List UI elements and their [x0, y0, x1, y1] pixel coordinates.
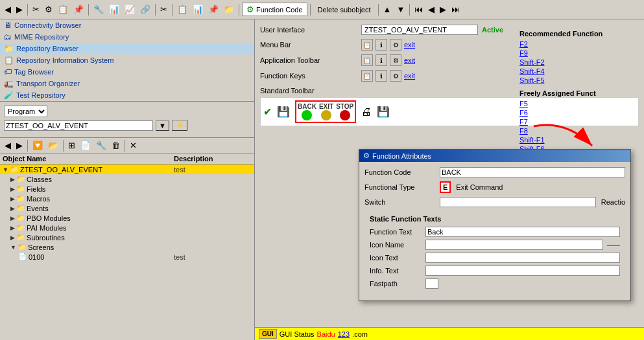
- app-icon1[interactable]: 📋: [361, 54, 373, 66]
- fk-icon1[interactable]: 📋: [361, 70, 373, 82]
- tree-row-classes[interactable]: ▶ 📁 Classes: [0, 174, 254, 184]
- rec-shift-f5[interactable]: Shift-F5: [519, 76, 639, 84]
- menu-exit-link[interactable]: exit: [404, 41, 415, 49]
- checkmark-btn[interactable]: ✔: [263, 106, 272, 118]
- back-exit-stop-box: BACK EXIT STOP: [295, 100, 356, 123]
- rec-f2[interactable]: F2: [519, 40, 639, 48]
- obj-btn4[interactable]: 📄: [78, 139, 93, 152]
- btn8[interactable]: 🔗: [138, 3, 152, 16]
- fk-icon3[interactable]: ⚙: [390, 70, 401, 82]
- back-button[interactable]: ◀: [3, 3, 13, 16]
- free-f8[interactable]: F8: [519, 127, 639, 135]
- tree-row-screens[interactable]: ▼ 📁 Screens: [0, 242, 254, 252]
- tree-label-root: ZTEST_OO_ALV_EVENT: [20, 166, 102, 174]
- app-exit-link[interactable]: exit: [404, 56, 415, 64]
- delete-subobject-button[interactable]: Delete subobject: [313, 4, 376, 16]
- tree-row-0100[interactable]: 📄 0100 test: [0, 252, 254, 262]
- nav-mime[interactable]: 🗂 MIME Repository: [0, 31, 254, 43]
- menu-icon1[interactable]: 📋: [361, 39, 373, 51]
- dialog-switch-input[interactable]: [440, 197, 596, 207]
- free-f7[interactable]: F7: [519, 118, 639, 126]
- tree-row-macros[interactable]: ▶ 📁 Macros: [0, 194, 254, 203]
- classes-icon: 📁: [16, 175, 25, 183]
- tree-row-pai[interactable]: ▶ 📁 PAI Modules: [0, 223, 254, 232]
- nav-tag[interactable]: 🏷 Tag Browser: [0, 66, 254, 78]
- program-type-select[interactable]: Program: [4, 106, 47, 117]
- forward-button[interactable]: ▶: [14, 3, 25, 16]
- obj-back-btn[interactable]: ◀: [3, 139, 13, 152]
- obj-btn1[interactable]: 🔽: [30, 139, 45, 152]
- btn12[interactable]: 📌: [206, 3, 221, 16]
- nav-test[interactable]: 🧪 Test Repository: [0, 89, 254, 101]
- app-icon2[interactable]: ℹ: [376, 54, 387, 66]
- menu-icon3[interactable]: ⚙: [390, 39, 401, 51]
- tree-row-pbo[interactable]: ▶ 📁 PBO Modules: [0, 213, 254, 223]
- btn7[interactable]: 📈: [123, 3, 137, 16]
- nav-repository[interactable]: 📁 Repository Browser: [0, 43, 254, 54]
- sft-info-text-input[interactable]: [425, 266, 620, 276]
- sft-fastpath-input[interactable]: [425, 278, 438, 289]
- btn13[interactable]: 📁: [222, 3, 236, 16]
- prev-button[interactable]: ◀: [426, 3, 436, 16]
- menu-icon2[interactable]: ℹ: [376, 39, 387, 51]
- sft-icon-name-input[interactable]: [425, 240, 603, 250]
- next-button[interactable]: ▶: [438, 3, 448, 16]
- btn3[interactable]: 📋: [56, 3, 70, 16]
- tree-row-fields[interactable]: ▶ 📁 Fields: [0, 184, 254, 194]
- last-button[interactable]: ⏭: [449, 3, 462, 16]
- tree-row-events[interactable]: ▶ 📁 Events: [0, 203, 254, 213]
- sft-func-text-input[interactable]: [425, 227, 620, 237]
- btn5[interactable]: 🔧: [91, 3, 106, 16]
- obj-btn3[interactable]: ⊞: [66, 139, 77, 152]
- dialog-func-code-input[interactable]: [440, 167, 625, 177]
- obj-fwd-btn[interactable]: ▶: [14, 139, 25, 152]
- btn9[interactable]: ✂: [158, 3, 169, 16]
- user-interface-value: ZTEST_OO_ALV_EVENT: [361, 25, 478, 35]
- btn6[interactable]: 📊: [107, 3, 121, 16]
- sft-icon-text-row: Icon Text: [370, 253, 620, 263]
- object-toolbar: ◀ ▶ 🔽 📂 ⊞ 📄 🔧 🗑 ✕: [0, 138, 254, 153]
- fk-exit-link[interactable]: exit: [404, 72, 415, 80]
- triangle-pbo: ▶: [10, 215, 15, 221]
- btn11[interactable]: 📊: [191, 3, 205, 16]
- btn2[interactable]: ⚙: [43, 3, 54, 16]
- obj-close-btn[interactable]: ✕: [128, 139, 139, 152]
- tree-row-subroutines[interactable]: ▶ 📁 Subroutines: [0, 232, 254, 242]
- program-name-input[interactable]: [4, 120, 153, 131]
- obj-btn2[interactable]: 📂: [46, 139, 60, 152]
- rec-f9[interactable]: F9: [519, 49, 639, 57]
- rec-shift-f4[interactable]: Shift-F4: [519, 67, 639, 75]
- free-f6[interactable]: F6: [519, 109, 639, 117]
- back-func-btn[interactable]: BACK: [298, 103, 316, 120]
- obj-btn5[interactable]: 🔧: [94, 139, 108, 152]
- go-button[interactable]: ⚡: [172, 120, 187, 131]
- save-btn[interactable]: 💾: [277, 106, 290, 118]
- triangle-fields: ▶: [10, 186, 15, 192]
- first-button[interactable]: ⏮: [412, 3, 425, 16]
- user-interface-label: User Interface: [260, 26, 357, 34]
- free-f5[interactable]: F5: [519, 100, 639, 108]
- rec-shift-f2[interactable]: Shift-F2: [519, 58, 639, 66]
- app-icon3[interactable]: ⚙: [390, 54, 401, 66]
- sort-desc-button[interactable]: ▼: [394, 3, 407, 16]
- fk-icon2[interactable]: ℹ: [376, 70, 387, 82]
- sort-asc-button[interactable]: ▲: [381, 3, 394, 16]
- btn1[interactable]: ✂: [30, 3, 42, 16]
- dropdown-button[interactable]: ▼: [156, 120, 169, 131]
- function-code-button[interactable]: ⚙ Function Code: [242, 3, 307, 16]
- print-btn[interactable]: 🖨: [361, 106, 372, 118]
- nav-repo-info[interactable]: 📋 Repository Information System: [0, 54, 254, 66]
- function-attributes-dialog: ⚙ Function Attributes Function Code Func…: [359, 149, 631, 301]
- nav-connectivity[interactable]: 🖥 Connectivity Browser: [0, 19, 254, 31]
- btn10[interactable]: 📋: [175, 3, 189, 16]
- free-shift-f1[interactable]: Shift-F1: [519, 136, 639, 144]
- nav-transport[interactable]: 🚛 Transport Organizer: [0, 78, 254, 89]
- obj-btn6[interactable]: 🗑: [110, 139, 122, 152]
- function-keys-label: Function Keys: [260, 72, 357, 80]
- exit-func-btn[interactable]: EXIT: [319, 103, 333, 120]
- sft-icon-text-input[interactable]: [425, 253, 620, 263]
- tree-row-root[interactable]: ▼ 📁 ZTEST_OO_ALV_EVENT test: [0, 164, 254, 174]
- find-btn[interactable]: 💾: [377, 106, 390, 118]
- btn4[interactable]: 📌: [71, 3, 86, 16]
- stop-func-btn[interactable]: STOP: [336, 103, 353, 120]
